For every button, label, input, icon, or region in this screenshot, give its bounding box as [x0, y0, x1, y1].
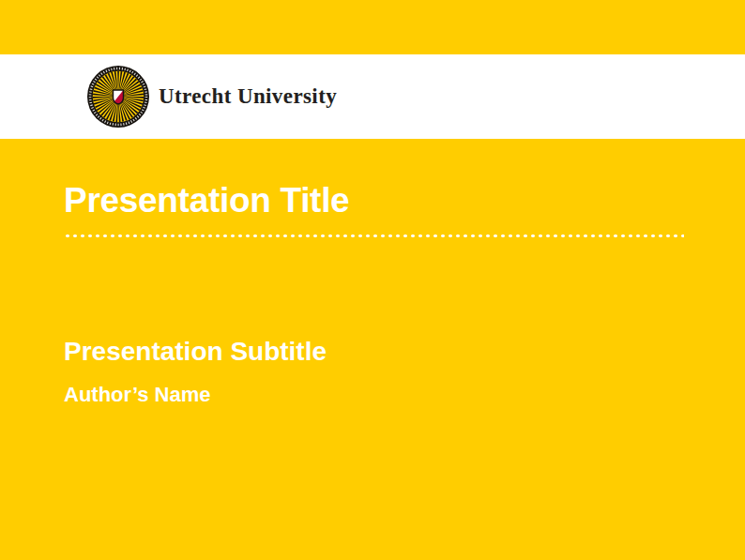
dotted-separator	[64, 233, 684, 239]
title-slide: Utrecht University Presentation Title Pr…	[0, 0, 745, 560]
slide-body: Presentation Title Presentation Subtitle…	[0, 139, 745, 560]
header-band: Utrecht University	[0, 54, 745, 139]
top-accent-bar	[0, 0, 745, 54]
presentation-subtitle: Presentation Subtitle	[64, 337, 745, 367]
presentation-title: Presentation Title	[64, 182, 745, 220]
utrecht-university-logo-icon	[86, 65, 150, 129]
author-name: Author’s Name	[64, 383, 745, 406]
university-wordmark: Utrecht University	[159, 84, 337, 109]
utrecht-shield-icon	[114, 90, 124, 104]
